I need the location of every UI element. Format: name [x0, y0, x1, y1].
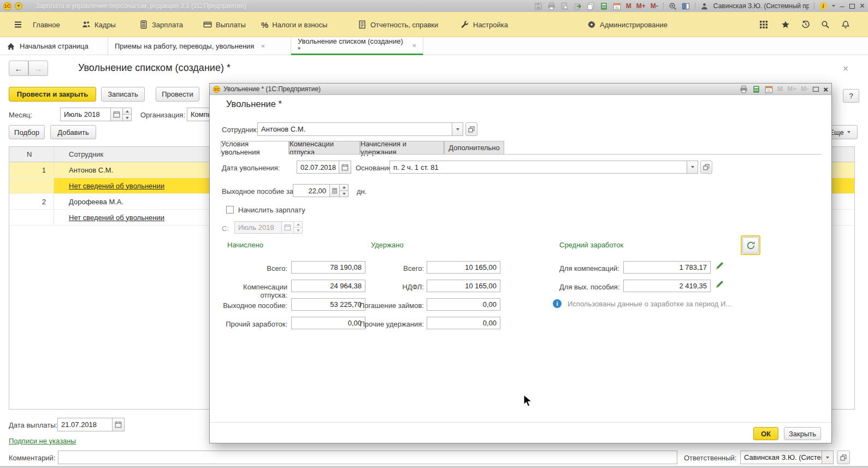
memory-recall-button[interactable]: M	[777, 85, 783, 93]
edit-average-severance-button[interactable]	[715, 280, 724, 291]
severance-calculator-button[interactable]	[330, 184, 340, 197]
info-icon[interactable]: i	[819, 2, 827, 10]
menu-item-administration[interactable]: Администрирование	[587, 12, 668, 37]
info-icon[interactable]: i	[553, 299, 562, 308]
comment-label: Комментарий:	[9, 454, 56, 462]
memory-minus-button[interactable]: M-	[801, 85, 808, 93]
print-icon[interactable]	[740, 85, 748, 93]
preview-icon[interactable]	[560, 2, 569, 10]
menu-item-settings[interactable]: Настройка	[460, 12, 508, 37]
memory-minus-button[interactable]: M-	[651, 2, 658, 10]
calculator-icon[interactable]	[752, 85, 760, 93]
help-button[interactable]: ?	[843, 89, 859, 103]
edit-average-compensation-button[interactable]	[715, 262, 724, 272]
memory-plus-button[interactable]: M+	[636, 2, 646, 10]
pay-date-input[interactable]: 21.07.2018	[57, 418, 113, 431]
menu-item-personnel[interactable]: Кадры	[82, 12, 116, 37]
dismissal-status-link[interactable]: Нет сведений об увольнении	[69, 214, 164, 222]
menu-item-salary[interactable]: Зарплата	[139, 12, 183, 37]
close-dialog-button[interactable]: Закрыть	[784, 427, 821, 440]
system-menu-icon[interactable]	[15, 2, 22, 10]
signatures-link[interactable]: Подписи не указаны	[9, 437, 76, 445]
link-icon[interactable]	[574, 2, 582, 10]
current-user[interactable]: Савинская З.Ю. (Системный прог...	[713, 2, 809, 10]
forward-button[interactable]: →	[28, 61, 48, 76]
notifications-button[interactable]	[841, 12, 850, 37]
tab-dismissal-terms[interactable]: Условия увольнения	[221, 141, 289, 155]
average-earnings-info-text[interactable]: Использованы данные о заработке за перио…	[568, 300, 731, 308]
dismissal-reason-input[interactable]: п. 2 ч. 1 ст. 81	[389, 161, 687, 174]
employee-dropdown-button[interactable]	[452, 122, 463, 136]
save-icon[interactable]	[534, 2, 542, 10]
tab-vacation-compensation[interactable]: Компенсации отпуска	[289, 141, 360, 155]
calculator-icon[interactable]	[600, 2, 608, 10]
tab-home[interactable]: Начальная страница	[0, 37, 108, 55]
add-button[interactable]: Добавить	[50, 125, 96, 139]
zoom-in-icon[interactable]	[669, 2, 677, 10]
month-calendar-button[interactable]	[111, 108, 123, 121]
responsible-open-button[interactable]	[837, 451, 850, 464]
tab-additional[interactable]: Дополнительно	[444, 141, 504, 155]
minimize-button[interactable]: –	[840, 2, 845, 10]
withheld-other-input[interactable]: 0,00	[427, 317, 500, 329]
calendar-icon[interactable]: 31	[613, 2, 621, 10]
withheld-loans-input[interactable]: 0,00	[427, 298, 500, 311]
menu-item-payments[interactable]: Выплаты	[203, 12, 246, 37]
dialog-close-button[interactable]: ×	[823, 85, 828, 94]
post-button[interactable]: Провести	[156, 87, 199, 102]
ok-button[interactable]: ОК	[753, 427, 778, 440]
responsible-input[interactable]: Савинская З.Ю. (Системн	[740, 451, 822, 464]
tab-dismissal-list[interactable]: Увольнение списком (создание) *×	[291, 37, 423, 55]
close-button[interactable]: ×	[860, 2, 865, 10]
withheld-total-input[interactable]: 10 165,00	[427, 261, 500, 274]
menu-item-reports[interactable]: Отчетность, справки	[358, 12, 438, 37]
refresh-button[interactable]	[742, 237, 759, 253]
hamburger-menu-button[interactable]	[14, 12, 22, 37]
search-button[interactable]	[821, 12, 830, 37]
severance-days-stepper[interactable]	[340, 184, 349, 197]
dismissal-date-input[interactable]: 02.07.2018	[297, 161, 339, 174]
accrue-salary-checkbox[interactable]	[226, 206, 234, 214]
dialog-maximize-button[interactable]	[813, 87, 819, 92]
comment-input[interactable]	[58, 451, 677, 464]
pick-button[interactable]: Подбор	[9, 125, 45, 139]
back-button[interactable]: ←	[9, 61, 28, 76]
average-severance-input[interactable]: 2 419,35	[623, 280, 711, 292]
reason-open-button[interactable]	[700, 161, 712, 174]
close-tab-icon[interactable]: ×	[412, 42, 416, 50]
refresh-icon	[746, 241, 755, 250]
withheld-ndfl-input[interactable]: 10 165,00	[427, 280, 500, 292]
favorites-button[interactable]	[781, 12, 790, 37]
menu-item-main[interactable]: Главное	[33, 12, 60, 37]
maximize-button[interactable]	[849, 4, 855, 9]
average-compensation-input[interactable]: 1 783,17	[623, 261, 711, 274]
calendar-icon[interactable]: 31	[765, 85, 773, 93]
tab-hires-transfers[interactable]: Приемы на работу, переводы, увольнения×	[108, 37, 291, 55]
print-icon[interactable]	[547, 2, 556, 10]
split-panels-icon[interactable]	[682, 2, 690, 10]
memory-recall-button[interactable]: M	[626, 2, 631, 10]
close-tab-icon[interactable]: ×	[261, 42, 265, 50]
close-form-icon[interactable]: ×	[843, 63, 848, 74]
dismissal-date-calendar-button[interactable]	[339, 161, 351, 174]
chevron-down-icon[interactable]	[832, 5, 835, 7]
tab-accruals-deductions[interactable]: Начисления и удержания	[360, 141, 444, 155]
month-stepper[interactable]	[123, 108, 132, 121]
save-button[interactable]: Записать	[101, 87, 145, 102]
menu-item-taxes[interactable]: %Налоги и взносы	[261, 12, 327, 37]
responsible-dropdown-button[interactable]	[822, 451, 834, 464]
month-input[interactable]: Июль 2018	[60, 108, 111, 121]
tab-label: Условия увольнения	[221, 140, 288, 156]
copy-icon[interactable]	[587, 2, 595, 10]
pay-date-calendar-button[interactable]	[113, 418, 125, 431]
memory-plus-button[interactable]: M+	[787, 85, 796, 93]
severance-days-input[interactable]: 22,00	[293, 184, 330, 197]
reason-dropdown-button[interactable]	[687, 161, 698, 174]
column-header-n[interactable]: N	[9, 147, 54, 162]
post-and-close-button[interactable]: Провести и закрыть	[9, 87, 96, 102]
dismissal-status-link[interactable]: Нет сведений об увольнении	[69, 182, 164, 190]
employee-combo-input[interactable]: Антонов С.М.	[257, 122, 452, 136]
employee-open-button[interactable]	[465, 122, 477, 136]
history-button[interactable]	[801, 12, 810, 37]
app-grid-button[interactable]	[759, 12, 768, 37]
